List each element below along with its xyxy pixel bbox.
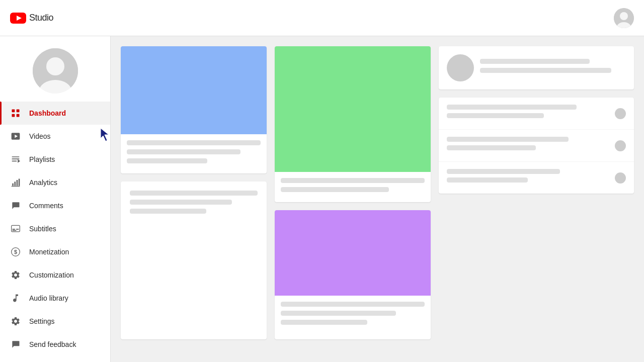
svg-rect-8 xyxy=(12,110,15,113)
card-list-1[interactable] xyxy=(439,98,634,194)
user-avatar-header[interactable] xyxy=(614,8,634,28)
sidebar-item-analytics[interactable]: Analytics xyxy=(0,171,110,194)
list-item-1-text xyxy=(447,105,609,122)
send-feedback-icon xyxy=(10,339,21,350)
subtitles-icon xyxy=(10,223,21,234)
svg-rect-11 xyxy=(17,114,20,117)
card-green-lines xyxy=(275,172,431,202)
monetization-icon: $ xyxy=(10,246,21,257)
channel-avatar-icon xyxy=(33,48,78,94)
svg-text:$: $ xyxy=(14,249,17,255)
youtube-studio-logo[interactable]: Studio xyxy=(10,13,53,24)
sidebar-nav: Dashboard Videos Playlists Analytics xyxy=(0,102,110,310)
sidebar-item-playlists[interactable]: Playlists xyxy=(0,148,110,171)
sidebar-item-audio-library[interactable]: Audio library xyxy=(0,287,110,310)
sidebar-item-dashboard[interactable]: Dashboard xyxy=(0,102,110,125)
dashboard-icon xyxy=(10,108,21,119)
card-purple-lines xyxy=(275,296,431,335)
svg-rect-18 xyxy=(12,184,14,186)
column-1 xyxy=(121,46,267,339)
sidebar-channel-avatar[interactable] xyxy=(33,48,78,94)
list-circle-2 xyxy=(615,140,626,151)
svg-point-6 xyxy=(46,57,64,75)
sidebar-item-monetization[interactable]: $ Monetization xyxy=(0,240,110,263)
avatar-row xyxy=(439,46,634,89)
svg-rect-24 xyxy=(12,229,15,230)
youtube-icon xyxy=(10,13,26,24)
skeleton-line xyxy=(447,169,560,174)
card-text-lines xyxy=(121,182,267,227)
send-feedback-label: Send feedback xyxy=(29,340,76,348)
skeleton-line xyxy=(480,68,611,73)
dashboard-layout xyxy=(121,46,634,352)
skeleton-line xyxy=(447,145,536,150)
card-blue[interactable] xyxy=(121,46,267,173)
sidebar-item-send-feedback[interactable]: Send feedback xyxy=(0,333,110,356)
skeleton-line xyxy=(130,209,206,214)
card-green[interactable] xyxy=(275,46,431,202)
green-thumbnail xyxy=(275,46,431,172)
list-circle-3 xyxy=(615,172,626,184)
playlists-icon xyxy=(10,154,21,165)
dashboard-label: Dashboard xyxy=(29,109,66,117)
column-3 xyxy=(439,46,634,339)
audio-library-icon xyxy=(10,293,21,304)
skeleton-line xyxy=(127,158,207,163)
card-text-only[interactable] xyxy=(121,182,267,339)
sidebar-item-customization[interactable]: Customization xyxy=(0,263,110,287)
skeleton-line xyxy=(447,113,544,118)
svg-rect-16 xyxy=(12,161,17,162)
svg-rect-15 xyxy=(12,158,20,159)
settings-icon xyxy=(10,316,21,327)
list-item-3-text xyxy=(447,169,609,187)
skeleton-line xyxy=(281,311,396,316)
videos-label: Videos xyxy=(29,132,51,140)
card-avatar[interactable] xyxy=(439,46,634,89)
analytics-icon xyxy=(10,177,21,188)
avatar-text xyxy=(480,59,626,77)
header-right xyxy=(614,8,634,28)
purple-thumbnail xyxy=(275,210,431,296)
sidebar-item-videos[interactable]: Videos xyxy=(0,125,110,148)
user-avatar-icon xyxy=(614,8,634,28)
monetization-label: Monetization xyxy=(29,248,69,256)
studio-label: Studio xyxy=(29,13,53,23)
header-left: Studio xyxy=(10,13,53,24)
skeleton-line xyxy=(281,178,425,183)
card-blue-lines xyxy=(121,134,267,173)
svg-rect-20 xyxy=(17,180,18,186)
svg-rect-21 xyxy=(19,179,20,186)
skeleton-line xyxy=(281,187,389,192)
column-2 xyxy=(275,46,431,339)
svg-marker-17 xyxy=(18,159,20,163)
skeleton-line xyxy=(447,177,528,183)
sidebar-item-settings[interactable]: Settings xyxy=(0,310,110,333)
skeleton-line xyxy=(447,105,577,110)
main-content xyxy=(111,36,644,362)
list-item-2 xyxy=(439,130,634,162)
settings-label: Settings xyxy=(29,317,55,325)
sidebar-avatar-section xyxy=(0,36,110,102)
list-item-1 xyxy=(439,98,634,130)
subtitles-label: Subtitles xyxy=(29,225,56,233)
skeleton-line xyxy=(127,149,240,154)
list-circle-1 xyxy=(615,108,626,119)
analytics-label: Analytics xyxy=(29,178,57,187)
profile-circle xyxy=(447,54,474,81)
list-item-3 xyxy=(439,162,634,194)
list-item-2-text xyxy=(447,137,609,154)
customization-icon xyxy=(10,269,21,281)
svg-rect-9 xyxy=(17,110,20,113)
card-purple[interactable] xyxy=(275,210,431,339)
svg-rect-19 xyxy=(15,182,16,186)
comments-icon xyxy=(10,200,21,211)
svg-rect-26 xyxy=(12,230,16,231)
skeleton-line xyxy=(480,59,590,64)
videos-icon xyxy=(10,131,21,142)
svg-rect-10 xyxy=(12,114,15,117)
audio-library-label: Audio library xyxy=(29,294,68,302)
playlists-label: Playlists xyxy=(29,155,55,163)
sidebar-item-subtitles[interactable]: Subtitles xyxy=(0,217,110,240)
sidebar-item-comments[interactable]: Comments xyxy=(0,194,110,217)
skeleton-line xyxy=(130,200,232,205)
